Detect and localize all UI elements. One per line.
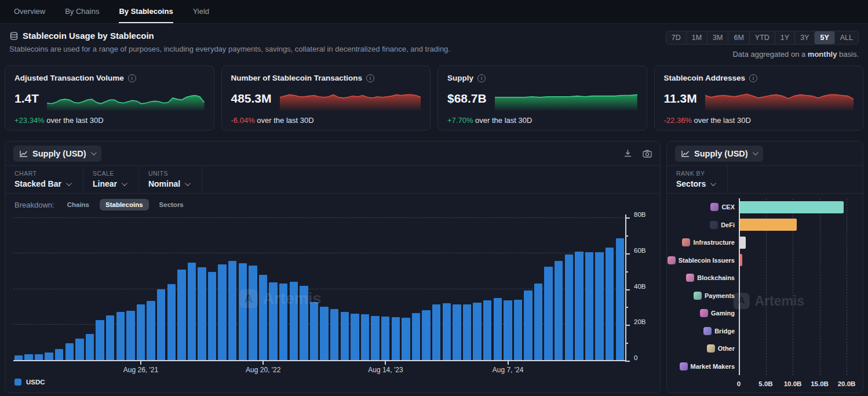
bar-usdc-4[interactable] [55,349,63,360]
bar-usdc-31[interactable] [330,309,338,360]
info-icon[interactable]: i [366,74,374,82]
rank-metric-dropdown[interactable]: Supply (USD) [675,146,763,162]
tab-by-chains[interactable]: By Chains [65,0,99,23]
bar-usdc-43[interactable] [453,304,461,360]
bar-usdc-2[interactable] [35,354,43,360]
bar-usdc-38[interactable] [402,318,410,360]
bar-usdc-56[interactable] [585,252,593,360]
rank-label-cell: CEX [672,203,739,211]
bar-usdc-20[interactable] [218,264,226,360]
metric-title: Supply (USD) [32,149,86,158]
tab-overview[interactable]: Overview [14,0,45,23]
bar-usdc-26[interactable] [279,284,287,360]
main-plot-area[interactable] [13,218,625,361]
bar-usdc-6[interactable] [75,339,83,360]
bar-usdc-35[interactable] [371,316,379,360]
bar-usdc-18[interactable] [198,267,206,360]
bar-usdc-25[interactable] [269,282,277,360]
breakdown-pill-chains[interactable]: Chains [61,199,95,210]
bar-usdc-28[interactable] [300,286,308,360]
time-range-group: 7D1M3M6MYTD1Y3Y5YALL [666,31,859,45]
bar-usdc-34[interactable] [361,314,369,360]
bar-usdc-29[interactable] [310,302,318,360]
bar-usdc-30[interactable] [320,307,328,360]
bar-usdc-50[interactable] [524,290,532,360]
range-button-7d[interactable]: 7D [666,31,686,44]
bar-usdc-21[interactable] [228,261,236,360]
range-button-3y[interactable]: 3Y [794,31,814,44]
bar-usdc-39[interactable] [412,313,420,360]
bar-usdc-8[interactable] [96,320,104,360]
bar-usdc-19[interactable] [208,272,216,361]
bar-usdc-16[interactable] [177,270,185,360]
bar-usdc-52[interactable] [544,267,552,360]
bar-usdc-54[interactable] [565,255,573,360]
rank-bar-cex[interactable] [739,201,844,213]
bar-usdc-5[interactable] [65,343,74,360]
range-button-5y[interactable]: 5Y [814,31,834,44]
range-button-3m[interactable]: 3M [707,31,728,44]
tab-yield[interactable]: Yield [193,0,209,23]
y-tick [625,361,630,362]
metric-dropdown[interactable]: Supply (USD) [13,146,101,162]
bar-usdc-24[interactable] [259,275,267,360]
bar-usdc-36[interactable] [381,317,389,360]
range-button-1y[interactable]: 1Y [775,31,794,44]
bar-usdc-3[interactable] [45,353,53,360]
rank-by-control[interactable]: RANK BY Sectors [667,166,728,193]
bar-usdc-46[interactable] [483,300,491,360]
bar-usdc-23[interactable] [249,266,257,360]
bar-usdc-40[interactable] [422,310,430,360]
bar-usdc-47[interactable] [494,298,502,360]
bar-usdc-48[interactable] [504,300,512,360]
info-icon[interactable]: i [477,74,486,82]
control-units[interactable]: UNITSNominal [139,166,202,193]
range-button-1m[interactable]: 1M [686,31,707,44]
bar-usdc-57[interactable] [595,252,603,360]
bar-usdc-59[interactable] [616,238,624,360]
range-button-6m[interactable]: 6M [728,31,749,44]
bar-usdc-22[interactable] [239,263,247,360]
bar-usdc-0[interactable] [14,355,23,360]
rank-track [739,340,855,358]
bar-usdc-41[interactable] [432,304,440,360]
bar-usdc-45[interactable] [473,303,481,360]
bar-usdc-14[interactable] [157,289,165,360]
legend-swatch-usdc[interactable] [14,379,21,386]
range-button-all[interactable]: ALL [834,31,858,44]
bar-usdc-37[interactable] [392,317,400,360]
bar-usdc-7[interactable] [86,334,94,360]
bar-usdc-27[interactable] [290,282,298,360]
bar-usdc-53[interactable] [555,261,563,361]
info-icon[interactable]: i [749,74,757,82]
bar-usdc-9[interactable] [106,315,114,360]
bar-usdc-1[interactable] [24,354,32,360]
rank-bar-defi[interactable] [739,219,797,231]
bar-usdc-58[interactable] [606,248,614,360]
rank-label: Other [718,345,735,352]
breakdown-pill-stablecoins[interactable]: Stablecoins [100,199,149,210]
y-tick-minor [625,343,628,344]
bar-usdc-11[interactable] [126,311,134,360]
bar-usdc-13[interactable] [147,301,155,360]
bar-usdc-51[interactable] [534,284,542,360]
bar-usdc-49[interactable] [514,300,522,360]
bar-usdc-17[interactable] [188,263,196,360]
x-tick [508,361,509,365]
bar-usdc-42[interactable] [443,303,451,360]
bar-usdc-33[interactable] [351,314,359,360]
bar-usdc-15[interactable] [167,284,176,360]
bar-usdc-32[interactable] [341,312,349,360]
bar-usdc-10[interactable] [116,312,125,360]
info-icon[interactable]: i [128,74,136,82]
range-button-ytd[interactable]: YTD [749,31,775,44]
tab-by-stablecoins[interactable]: By Stablecoins [119,0,173,23]
bar-usdc-12[interactable] [137,304,145,360]
control-scale[interactable]: SCALELinear [83,166,139,193]
bar-usdc-55[interactable] [575,252,583,360]
breakdown-pill-sectors[interactable]: Sectors [154,199,189,210]
download-icon[interactable] [623,149,632,158]
bar-usdc-44[interactable] [463,304,471,360]
control-chart[interactable]: CHARTStacked Bar [5,166,83,193]
camera-icon[interactable] [643,150,652,158]
